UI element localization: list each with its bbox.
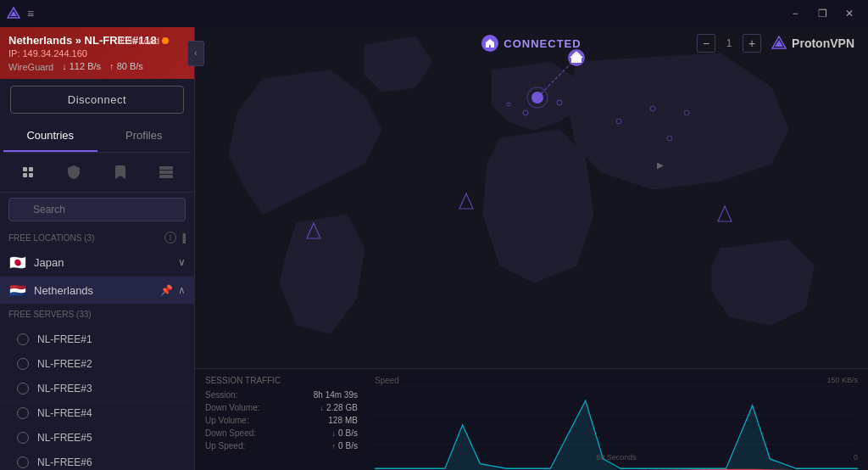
app-logo-icon xyxy=(7,7,20,20)
svg-rect-3 xyxy=(29,167,33,171)
connected-badge: CONNECTED xyxy=(481,35,581,52)
svg-rect-8 xyxy=(159,175,173,178)
traffic-panel: Session Traffic Session: 8h 14m 39s Down… xyxy=(195,368,868,470)
server-status-icon xyxy=(17,333,29,345)
up-speed-arrow-icon: ↑ xyxy=(331,442,336,450)
server-load: 83% Load xyxy=(117,36,169,46)
free-locations-header: FREE Locations (3) i ▐ xyxy=(0,227,194,249)
japan-flag: 🇯🇵 xyxy=(8,255,27,269)
server-item-nl2[interactable]: NL-FREE#2 xyxy=(0,352,194,377)
stat-up-volume: Up Volume: 128 MB xyxy=(205,416,358,425)
speed-down: ↓ 112 B/s xyxy=(62,61,101,71)
up-volume-value: 128 MB xyxy=(328,416,358,425)
tab-countries[interactable]: Countries xyxy=(3,120,97,152)
sidebar: Netherlands » NL-FREE#118 83% Load IP: 1… xyxy=(0,27,195,470)
titlebar-left: ≡ xyxy=(7,7,34,20)
down-speed-arrow-icon: ↓ xyxy=(331,429,336,438)
session-label: Session: xyxy=(205,390,237,400)
svg-rect-5 xyxy=(29,173,33,177)
svg-rect-6 xyxy=(159,166,173,170)
search-area: 🔍 xyxy=(0,193,194,227)
svg-rect-4 xyxy=(23,173,27,177)
stat-down-volume: Down Volume: ↓ 2.28 GB xyxy=(205,403,358,412)
connected-home-icon xyxy=(481,35,498,52)
server-item-nl6[interactable]: NL-FREE#6 xyxy=(0,450,194,470)
connection-ip: IP: 149.34.244.160 xyxy=(8,48,186,59)
japan-name: Japan xyxy=(34,256,178,269)
sidebar-tabs: Countries Profiles xyxy=(3,120,191,153)
japan-chevron-icon[interactable]: ∨ xyxy=(178,256,186,268)
right-panel: CONNECTED − 1 + ProtonVPN xyxy=(195,27,868,470)
netherlands-name: Netherlands xyxy=(34,284,160,297)
disconnect-button[interactable]: Disconnect xyxy=(10,86,184,114)
server-status-icon xyxy=(17,456,29,468)
server-name: NL-FREE#4 xyxy=(37,407,92,419)
chart-max-label: 150 KB/s xyxy=(826,376,858,384)
load-indicator xyxy=(162,37,169,44)
speed-up: ↑ 80 B/s xyxy=(109,61,143,71)
filter-all-icon[interactable] xyxy=(8,159,47,185)
server-item-nl1[interactable]: NL-FREE#1 xyxy=(0,327,194,352)
info-icon[interactable]: i xyxy=(164,232,176,243)
scroll-indicator: ▐ xyxy=(180,233,186,243)
main-layout: Netherlands » NL-FREE#118 83% Load IP: 1… xyxy=(0,27,868,470)
stat-session: Session: 8h 14m 39s xyxy=(205,390,358,400)
right-topbar: CONNECTED − 1 + ProtonVPN xyxy=(195,27,868,59)
server-name: NL-FREE#5 xyxy=(37,432,92,444)
server-status-icon xyxy=(17,383,29,394)
close-button[interactable]: ✕ xyxy=(837,5,861,22)
up-volume-label: Up Volume: xyxy=(205,416,249,425)
server-list: NL-FREE#1 NL-FREE#2 NL-FREE#3 NL-FREE#4 … xyxy=(0,324,194,470)
sidebar-toggle-button[interactable]: ‹ xyxy=(187,41,204,66)
section-scroll: i ▐ xyxy=(164,232,186,243)
traffic-stats: Session Traffic Session: 8h 14m 39s Down… xyxy=(205,376,358,463)
connected-label: CONNECTED xyxy=(504,37,581,50)
stat-up-speed: Up Speed: ↑ 0 B/s xyxy=(205,441,358,450)
menu-icon[interactable]: ≡ xyxy=(27,7,34,20)
server-item-nl5[interactable]: NL-FREE#5 xyxy=(0,426,194,450)
tab-profiles[interactable]: Profiles xyxy=(97,120,192,152)
server-item-nl4[interactable]: NL-FREE#4 xyxy=(0,401,194,426)
filter-bookmark-icon[interactable] xyxy=(101,159,140,185)
server-name: NL-FREE#2 xyxy=(37,358,92,370)
search-input[interactable] xyxy=(8,198,186,221)
minimize-button[interactable]: − xyxy=(783,5,807,22)
icon-filters xyxy=(0,153,194,193)
protocol-label: WireGuard xyxy=(8,62,53,72)
server-status-icon xyxy=(17,432,29,444)
filter-shield-icon[interactable] xyxy=(54,159,93,185)
titlebar: ≡ − ❐ ✕ xyxy=(0,0,868,27)
disconnect-area: Disconnect xyxy=(0,79,194,120)
svg-text:▶: ▶ xyxy=(657,160,664,170)
country-item-netherlands[interactable]: 🇳🇱 Netherlands 📌 ∧ xyxy=(0,277,194,305)
free-locations-label: FREE Locations (3) xyxy=(8,233,95,243)
netherlands-actions: 📌 ∧ xyxy=(160,284,186,296)
server-item-nl3[interactable]: NL-FREE#3 xyxy=(0,377,194,401)
down-speed-label: Down Speed: xyxy=(205,428,256,438)
country-item-japan[interactable]: 🇯🇵 Japan ∨ xyxy=(0,249,194,277)
chart-time-label: 60 Seconds xyxy=(596,453,637,462)
brand-name: ProtonVPN xyxy=(792,36,854,50)
server-name: NL-FREE#3 xyxy=(37,383,92,394)
down-volume-value: ↓ 2.28 GB xyxy=(320,403,358,412)
filter-server-icon[interactable] xyxy=(147,159,186,185)
zoom-plus-button[interactable]: + xyxy=(743,34,761,53)
stat-down-speed: Down Speed: ↓ 0 B/s xyxy=(205,428,358,438)
traffic-title: Session Traffic xyxy=(205,376,358,385)
netherlands-chevron-icon[interactable]: ∧ xyxy=(178,284,186,296)
server-status-icon xyxy=(17,358,29,370)
server-name: NL-FREE#6 xyxy=(37,456,92,468)
server-status-icon xyxy=(17,407,29,419)
down-speed-value: ↓ 0 B/s xyxy=(331,428,358,438)
session-value: 8h 14m 39s xyxy=(314,390,358,400)
down-volume-label: Down Volume: xyxy=(205,403,259,412)
free-servers-label: FREE Servers (33) xyxy=(8,310,92,319)
svg-rect-7 xyxy=(159,171,173,174)
map-area[interactable]: ▶ xyxy=(195,27,868,368)
zoom-minus-button[interactable]: − xyxy=(697,34,715,53)
restore-button[interactable]: ❐ xyxy=(810,5,834,22)
free-servers-header: FREE Servers (33) xyxy=(0,305,194,324)
connection-speeds: ↓ 112 B/s ↑ 80 B/s xyxy=(62,61,143,71)
pin-icon[interactable]: 📌 xyxy=(160,284,173,296)
search-wrapper: 🔍 xyxy=(8,198,186,221)
